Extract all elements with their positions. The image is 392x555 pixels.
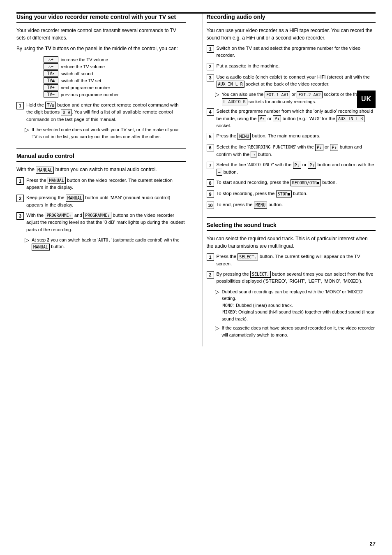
- note-box-s2-1: ▷ Dubbed sound recordings can be replaye…: [215, 288, 376, 323]
- step-text-r7: Select the line 'AUDIO ONLY' with the P↓…: [217, 161, 376, 176]
- step-num-r3: 3: [207, 74, 214, 81]
- step-text-s1: Press the SELECT. button. The current se…: [217, 253, 376, 267]
- note-arrow-icon-m3: ▷: [25, 237, 29, 243]
- selecting-sound-intro: You can select the required sound track.…: [207, 235, 376, 250]
- section-title-selecting-sound: Selecting the sound track: [207, 222, 376, 231]
- key-row-3: TV✕ switch off sound: [44, 70, 159, 77]
- btn-menu-r10: MENU: [254, 202, 267, 209]
- note-s2-1: ▷ Dubbed sound recordings can be replaye…: [207, 288, 376, 323]
- step-r3: 3 Use a audio cable (cinch cable) to con…: [207, 74, 376, 88]
- mono-label: MONO: [223, 303, 233, 308]
- using-remote-intro1: Your video recorder remote control can t…: [16, 27, 186, 42]
- right-column: UK Recording audio only You can use your…: [202, 14, 376, 346]
- step-text-m1: Press the MANUAL button on the video rec…: [26, 177, 186, 191]
- step-text-r3: Use a audio cable (cinch cable) to conne…: [217, 74, 376, 88]
- key-prog-next: TV+: [44, 84, 58, 91]
- step-text-r1: Switch on the TV set and select the prog…: [217, 45, 376, 59]
- auto-text: AUTO.: [98, 238, 111, 242]
- step-num-m3: 3: [16, 212, 24, 220]
- key-row-4: TV⏏ switch off the TV set: [44, 77, 159, 84]
- step-num-s1: 1: [207, 253, 214, 261]
- btn-digits: 0-9: [61, 109, 71, 116]
- note-arrow-s2-2: ▷: [215, 325, 219, 331]
- step-num-1: 1: [16, 102, 24, 109]
- btn-p-down: P↓: [273, 115, 281, 122]
- step-text-r5: Press the MENU button. The main menu app…: [217, 132, 321, 139]
- step-num-r6: 6: [207, 144, 214, 151]
- btn-manual-2: MANUAL: [66, 195, 84, 202]
- btn-ok-r6: →: [251, 151, 256, 158]
- key-desc-prog-next: next programme number: [61, 85, 110, 90]
- rec-func-text: RECORDING FUNCTIONS: [248, 145, 295, 149]
- step-text-s2: By pressing the SELECT. button several t…: [217, 271, 376, 285]
- recording-audio-intro: You can use your video recorder as a HiF…: [207, 27, 376, 42]
- step-r9: 9 To stop recording, press the STOP■ but…: [207, 190, 376, 198]
- key-sound-off: TV✕: [44, 70, 58, 77]
- step-item-m1: 1 Press the MANUAL button on the video r…: [16, 177, 186, 191]
- step-num-r1: 1: [207, 45, 214, 53]
- key-vol-down: △−: [44, 63, 58, 70]
- mixed-label: MIXED: [223, 310, 235, 314]
- step-r2: 2 Put a cassette in the machine.: [207, 63, 376, 70]
- step-item: 1 Hold the TV⏏ button and enter the corr…: [16, 102, 186, 123]
- step-s1: 1 Press the SELECT. button. The current …: [207, 253, 376, 267]
- btn-manual-1: MANUAL: [48, 177, 66, 184]
- note-text-s2-1: Dubbed sound recordings can be replayed …: [222, 288, 376, 323]
- note-text-1: If the selected code does not work with …: [32, 126, 186, 140]
- btn-manual-inline: MANUAL: [36, 167, 54, 174]
- section-title-manual-audio: Manual audio control: [16, 153, 186, 162]
- step-text-r6: Select the line 'RECORDING FUNCTIONS' wi…: [217, 144, 376, 158]
- btn-aux: AUX IN L R: [217, 81, 244, 88]
- btn-ok-r7: →: [217, 169, 222, 176]
- note-box-1: ▷ If the selected code does not work wit…: [25, 126, 186, 140]
- step-num-m1: 1: [16, 177, 24, 185]
- section-recording-audio: Recording audio only You can use your vi…: [207, 14, 376, 209]
- using-remote-steps: 1 Hold the TV⏏ button and enter the corr…: [16, 102, 186, 140]
- note-arrow-s2-1: ▷: [215, 288, 219, 295]
- btn-manual-3: MANUAL: [32, 244, 50, 251]
- key-desc-prog-prev: previous programme number: [61, 92, 119, 97]
- btn-laudio: L AUDIO R: [222, 98, 247, 105]
- key-row-6: TV− previous programme number: [44, 91, 159, 98]
- key-vol-up: △+: [44, 56, 58, 63]
- step-r1: 1 Switch on the TV set and select the pr…: [207, 45, 376, 59]
- step-num-r9: 9: [207, 190, 214, 198]
- manual-audio-intro: With the MANUAL button you can switch to…: [16, 166, 186, 173]
- audio-only-text: AUDIO ONLY: [248, 163, 273, 167]
- btn-prog-down: PROGRAMME↓: [83, 212, 111, 219]
- step-text-m3: With the PROGRAMME↑ and PROGRAMME↓ butto…: [26, 212, 186, 233]
- divider-1: [16, 148, 186, 149]
- key-desc-vol-up: increase the TV volume: [61, 57, 108, 62]
- note-box-r3: ▷ You can also use the EXT.1 AV1 or EXT.…: [215, 91, 376, 105]
- step-r7: 7 Select the line 'AUDIO ONLY' with the …: [207, 161, 376, 176]
- step-num-r2: 2: [207, 63, 214, 70]
- section-title-using-remote: Using your video recorder remote control…: [16, 14, 186, 23]
- btn-pd-r7: P↓: [293, 162, 301, 169]
- btn-pd-r6: P↓: [315, 144, 323, 151]
- step-num-r8: 8: [207, 179, 214, 187]
- btn-ext2: EXT.2 AV2: [297, 91, 322, 98]
- step-num-r10: 10: [207, 202, 214, 209]
- btn-record: RECORD/OTR●: [291, 179, 321, 186]
- uk-badge: UK: [357, 91, 376, 108]
- btn-menu-r5: MENU: [238, 133, 251, 140]
- step-num-s2: 2: [207, 271, 214, 279]
- step-item-m2: 2 Keep pressing the MANUAL button until …: [16, 194, 186, 209]
- section-manual-audio: Manual audio control With the MANUAL but…: [16, 153, 186, 251]
- btn-select-1: SELECT.: [238, 253, 258, 260]
- note-text-r3: You can also use the EXT.1 AV1 or EXT.2 …: [222, 91, 376, 105]
- btn-aux2: AUX IN L R: [337, 115, 364, 122]
- key-row-5: TV+ next programme number: [44, 84, 159, 91]
- btn-pu-r6: P↑: [330, 144, 338, 151]
- key-prog-prev: TV−: [44, 91, 58, 98]
- step-r6: 6 Select the line 'RECORDING FUNCTIONS' …: [207, 144, 376, 158]
- step-text-r8: To start sound recording, press the RECO…: [217, 179, 337, 186]
- selecting-sound-steps: 1 Press the SELECT. button. The current …: [207, 253, 376, 338]
- key-tv-off: TV⏏: [44, 77, 58, 84]
- using-remote-intro2: By using the TV buttons on the panel in …: [16, 45, 186, 52]
- manual-audio-steps: 1 Press the MANUAL button on the video r…: [16, 177, 186, 251]
- note-text-m3: At step 2 you can switch back to 'AUTO.'…: [32, 237, 186, 251]
- key-desc-vol-down: reduce the TV volume: [61, 64, 105, 69]
- step-item-m3: 3 With the PROGRAMME↑ and PROGRAMME↓ but…: [16, 212, 186, 233]
- note-arrow-r3: ▷: [215, 91, 219, 98]
